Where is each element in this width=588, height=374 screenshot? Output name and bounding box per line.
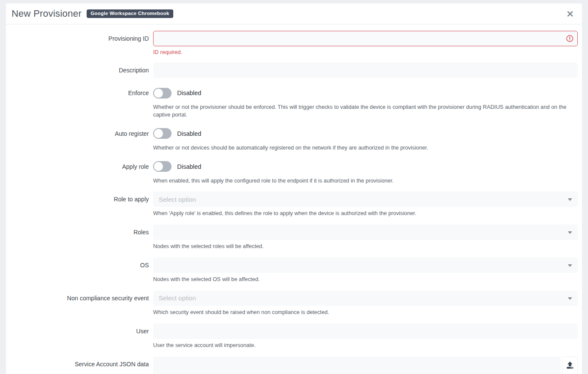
field-row-os: OS Nodes with the selected OS will be af… <box>6 257 582 283</box>
role-to-apply-select[interactable]: Select option <box>153 191 578 207</box>
apply-role-help: When enabled, this will apply the config… <box>153 177 573 185</box>
apply-role-state-label: Disabled <box>177 163 201 170</box>
close-icon: ✕ <box>566 9 574 19</box>
field-row-user: User User the service account will imper… <box>6 323 582 349</box>
toggle-knob <box>154 162 163 171</box>
roles-help: Nodes with the selected roles will be af… <box>153 242 573 250</box>
user-help: User the service account will impersonat… <box>153 341 573 349</box>
roles-label: Roles <box>6 224 149 240</box>
description-label: Description <box>6 63 149 78</box>
enforce-state-label: Disabled <box>177 90 201 96</box>
toggle-knob <box>154 129 163 138</box>
caret-down-icon <box>568 297 572 300</box>
service-account-json-label: Service Account JSON data <box>6 356 149 372</box>
provisioning-id-input[interactable] <box>153 31 578 46</box>
apply-role-label: Apply role <box>6 159 149 174</box>
field-row-apply-role: Apply role Disabled When enabled, this w… <box>6 159 582 185</box>
auto-register-state-label: Disabled <box>177 130 201 137</box>
new-provisioner-panel: New Provisioner Google Workspace Chromeb… <box>6 3 582 374</box>
auto-register-toggle[interactable] <box>153 128 172 139</box>
page-title: New Provisioner <box>12 8 81 19</box>
user-input[interactable] <box>153 323 578 339</box>
field-row-service-account-json: Service Account JSON data Service Accoun… <box>6 356 582 374</box>
field-row-provisioning-id: Provisioning ID ID required. <box>6 31 582 55</box>
caret-down-icon <box>568 264 572 267</box>
provisioner-type-badge: Google Workspace Chromebook <box>87 9 173 18</box>
role-to-apply-label: Role to apply <box>6 191 149 207</box>
provisioner-form: Provisioning ID ID required. Description <box>6 24 582 374</box>
field-row-description: Description <box>6 63 582 78</box>
description-input[interactable] <box>153 63 578 78</box>
non-compliance-security-event-label: Non compliance security event <box>6 290 149 306</box>
non-compliance-security-event-select[interactable]: Select option <box>153 290 578 306</box>
error-alert-icon <box>566 35 573 42</box>
role-to-apply-help: When 'Apply role' is enabled, this defin… <box>153 209 573 217</box>
upload-button[interactable] <box>562 356 578 374</box>
caret-down-icon <box>568 198 572 201</box>
non-compliance-security-event-help: Which security event should be raised wh… <box>153 308 573 316</box>
enforce-toggle[interactable] <box>153 88 172 99</box>
os-help: Nodes with the selected OS will be affec… <box>153 275 573 283</box>
os-multiselect[interactable] <box>153 257 578 273</box>
field-row-auto-register: Auto register Disabled Whether or not de… <box>6 126 582 152</box>
field-row-non-compliance-security-event: Non compliance security event Select opt… <box>6 290 582 316</box>
auto-register-help: Whether or not devices should be automat… <box>153 144 573 152</box>
provisioning-id-label: Provisioning ID <box>6 31 149 46</box>
toggle-knob <box>154 89 163 98</box>
field-row-role-to-apply: Role to apply Select option When 'Apply … <box>6 191 582 217</box>
panel-header: New Provisioner Google Workspace Chromeb… <box>6 3 582 24</box>
service-account-json-textarea[interactable] <box>153 356 561 374</box>
os-label: OS <box>6 257 149 273</box>
select-placeholder: Select option <box>159 196 196 203</box>
field-row-enforce: Enforce Disabled Whether or not the prov… <box>6 85 582 119</box>
roles-multiselect[interactable] <box>153 224 578 240</box>
enforce-help: Whether or not the provisioner should be… <box>153 103 573 119</box>
provisioning-id-error: ID required. <box>153 49 578 55</box>
close-button[interactable]: ✕ <box>564 9 576 19</box>
upload-icon <box>566 361 574 369</box>
caret-down-icon <box>568 231 572 234</box>
auto-register-label: Auto register <box>6 126 149 141</box>
select-placeholder: Select option <box>159 294 196 302</box>
enforce-label: Enforce <box>6 85 149 101</box>
field-row-roles: Roles Nodes with the selected roles will… <box>6 224 582 250</box>
apply-role-toggle[interactable] <box>153 161 172 172</box>
user-label: User <box>6 323 149 339</box>
